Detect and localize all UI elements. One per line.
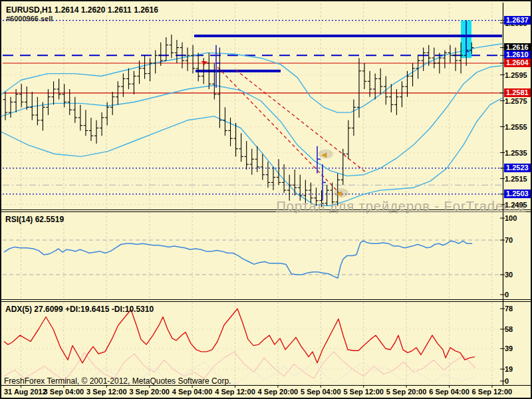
time-axis-label: 3 Sep 12:00 [86,388,127,396]
gold-arrow-icon: ◄ [335,188,344,198]
price-axis-label: 1.2575 [505,97,527,106]
ohlc-bars [3,21,474,207]
sell-order-label: #6000966 sell [6,15,53,23]
price-axis-label: 1.2595 [505,71,527,80]
price-axis-label: 1.2515 [505,175,527,184]
price-badge: 1.2604 [504,59,531,67]
chart-title-ohlc: EURUSD,H1 1.2614 1.2620 1.2611 1.2616 [6,5,158,15]
price-badge: 1.2523 [504,164,531,172]
price-badge: 1.2503 [504,190,531,198]
price-axis-label: 1.2495 [505,201,527,209]
time-axis-label: 4 Sep 20:00 [258,388,299,396]
price-axis-label: 1.2555 [505,123,527,132]
time-axis-label: 5 Sep 12:00 [343,388,384,396]
time-axis-label: 31 Aug 2012 [4,388,47,396]
time-axis-label: 5 Sep 20:00 [386,388,427,396]
price-axis-label: 1.2535 [505,149,527,158]
gold-arrow-icon: ◄ [320,150,329,160]
price-badge: 1.2637 [504,16,531,25]
time-axis-label: 5 Sep 04:00 [301,388,341,396]
rsi-scale-label: 100 [505,214,517,223]
rsi-indicator-label: RSI(14) 62.5519 [5,215,64,224]
trend-channel-line [235,70,366,172]
rsi-scale-label: 30 [505,271,513,279]
sell-arrow-icon: ➤ [200,57,210,68]
adx-scale-label: 58 [505,325,513,334]
time-axis-label: 3 Sep 20:00 [129,388,170,396]
rsi-line [4,241,472,278]
adx-scale-label: 19 [505,365,513,374]
time-axis-label: 6 Sep 12:00 [472,388,513,396]
time-axis-label: 3 Sep 04:00 [44,388,84,396]
fortrader-watermark: Портал для трейдеров - ForTrader.ru [276,199,525,214]
adx-scale-label: 39 [505,344,513,353]
time-axis-label: 6 Sep 04:00 [429,388,469,396]
rsi-scale-label: 70 [505,236,513,245]
adx-scale-label: 78 [505,305,513,313]
time-axis-label: 4 Sep 12:00 [215,388,255,396]
time-axis-label: 4 Sep 04:00 [172,388,213,396]
terminal-chart-window: ➤◄◄ EURUSD,H1 1.2614 1.2620 1.2611 1.261… [0,0,532,399]
adx-scale-label: 0 [505,377,509,386]
adx-line [4,309,475,363]
terminal-copyright: FreshForex Terminal, © 2001-2012, MetaQu… [4,376,231,386]
rsi-scale-label: 0 [505,291,509,299]
adx-indicator-label: ADX(5) 27.6099 +DI:19.6415 -DI:10.5310 [5,305,154,314]
price-badge: 1.2581 [504,88,531,97]
